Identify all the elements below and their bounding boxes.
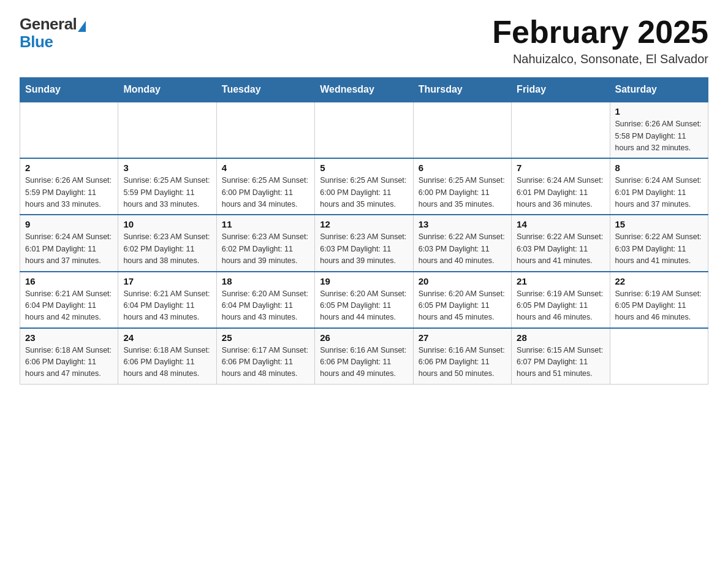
- day-number: 3: [123, 163, 211, 173]
- calendar-day-cell: 17Sunrise: 6:21 AM Sunset: 6:04 PM Dayli…: [118, 272, 216, 328]
- logo: General Blue: [20, 15, 86, 52]
- calendar-day-cell: 5Sunrise: 6:25 AM Sunset: 6:00 PM Daylig…: [315, 158, 413, 215]
- calendar-day-cell: 28Sunrise: 6:15 AM Sunset: 6:07 PM Dayli…: [512, 328, 610, 385]
- logo-arrow-icon: [78, 21, 86, 32]
- day-info: Sunrise: 6:22 AM Sunset: 6:03 PM Dayligh…: [419, 231, 506, 267]
- day-number: 11: [222, 219, 309, 229]
- day-of-week-header: Thursday: [413, 78, 511, 102]
- day-info: Sunrise: 6:22 AM Sunset: 6:03 PM Dayligh…: [517, 231, 604, 267]
- calendar-week-row: 1Sunrise: 6:26 AM Sunset: 5:58 PM Daylig…: [20, 102, 708, 158]
- day-info: Sunrise: 6:15 AM Sunset: 6:07 PM Dayligh…: [517, 345, 604, 380]
- day-info: Sunrise: 6:26 AM Sunset: 5:59 PM Dayligh…: [25, 175, 113, 210]
- day-info: Sunrise: 6:25 AM Sunset: 5:59 PM Dayligh…: [123, 175, 211, 210]
- day-number: 2: [25, 163, 113, 173]
- day-info: Sunrise: 6:24 AM Sunset: 6:01 PM Dayligh…: [517, 175, 604, 210]
- day-number: 8: [615, 163, 703, 173]
- day-info: Sunrise: 6:16 AM Sunset: 6:06 PM Dayligh…: [419, 345, 506, 380]
- calendar-day-cell: 27Sunrise: 6:16 AM Sunset: 6:06 PM Dayli…: [413, 328, 511, 385]
- day-number: 1: [615, 106, 703, 117]
- calendar-day-cell: 10Sunrise: 6:23 AM Sunset: 6:02 PM Dayli…: [118, 215, 216, 271]
- calendar-day-cell: 24Sunrise: 6:18 AM Sunset: 6:06 PM Dayli…: [118, 328, 216, 385]
- day-number: 16: [25, 276, 113, 286]
- day-number: 23: [25, 332, 113, 343]
- calendar-week-row: 2Sunrise: 6:26 AM Sunset: 5:59 PM Daylig…: [20, 158, 708, 215]
- day-of-week-header: Monday: [118, 78, 216, 102]
- calendar-day-cell: 23Sunrise: 6:18 AM Sunset: 6:06 PM Dayli…: [20, 328, 118, 385]
- calendar-day-cell: 20Sunrise: 6:20 AM Sunset: 6:05 PM Dayli…: [413, 272, 511, 328]
- calendar-title-block: February 2025 Nahuizalco, Sonsonate, El …: [492, 15, 708, 66]
- day-number: 25: [222, 332, 309, 343]
- day-number: 24: [123, 332, 211, 343]
- day-info: Sunrise: 6:19 AM Sunset: 6:05 PM Dayligh…: [517, 288, 604, 324]
- day-number: 20: [419, 276, 506, 286]
- day-number: 15: [615, 219, 703, 229]
- day-number: 9: [25, 219, 113, 229]
- calendar-day-cell: 3Sunrise: 6:25 AM Sunset: 5:59 PM Daylig…: [118, 158, 216, 215]
- day-info: Sunrise: 6:21 AM Sunset: 6:04 PM Dayligh…: [25, 288, 113, 324]
- day-number: 5: [320, 163, 408, 173]
- calendar-day-cell: 2Sunrise: 6:26 AM Sunset: 5:59 PM Daylig…: [20, 158, 118, 215]
- page-header: General Blue February 2025 Nahuizalco, S…: [20, 15, 708, 66]
- calendar-week-row: 23Sunrise: 6:18 AM Sunset: 6:06 PM Dayli…: [20, 328, 708, 385]
- day-number: 7: [517, 163, 604, 173]
- day-info: Sunrise: 6:24 AM Sunset: 6:01 PM Dayligh…: [25, 231, 113, 267]
- calendar-header-row: SundayMondayTuesdayWednesdayThursdayFrid…: [20, 78, 708, 102]
- day-number: 13: [419, 219, 506, 229]
- calendar-day-cell: [610, 328, 708, 385]
- day-info: Sunrise: 6:24 AM Sunset: 6:01 PM Dayligh…: [615, 175, 703, 210]
- day-number: 6: [419, 163, 506, 173]
- day-info: Sunrise: 6:25 AM Sunset: 6:00 PM Dayligh…: [222, 175, 309, 210]
- day-of-week-header: Friday: [512, 78, 610, 102]
- day-info: Sunrise: 6:23 AM Sunset: 6:02 PM Dayligh…: [222, 231, 309, 267]
- calendar-day-cell: [512, 102, 610, 158]
- day-number: 14: [517, 219, 604, 229]
- calendar-day-cell: 6Sunrise: 6:25 AM Sunset: 6:00 PM Daylig…: [413, 158, 511, 215]
- calendar-day-cell: 15Sunrise: 6:22 AM Sunset: 6:03 PM Dayli…: [610, 215, 708, 271]
- day-number: 18: [222, 276, 309, 286]
- calendar-day-cell: 7Sunrise: 6:24 AM Sunset: 6:01 PM Daylig…: [512, 158, 610, 215]
- calendar-day-cell: 19Sunrise: 6:20 AM Sunset: 6:05 PM Dayli…: [315, 272, 413, 328]
- day-info: Sunrise: 6:25 AM Sunset: 6:00 PM Dayligh…: [320, 175, 408, 210]
- day-of-week-header: Wednesday: [315, 78, 413, 102]
- calendar-day-cell: 26Sunrise: 6:16 AM Sunset: 6:06 PM Dayli…: [315, 328, 413, 385]
- calendar-day-cell: 25Sunrise: 6:17 AM Sunset: 6:06 PM Dayli…: [216, 328, 314, 385]
- calendar-day-cell: 8Sunrise: 6:24 AM Sunset: 6:01 PM Daylig…: [610, 158, 708, 215]
- day-number: 10: [123, 219, 211, 229]
- day-number: 4: [222, 163, 309, 173]
- day-info: Sunrise: 6:18 AM Sunset: 6:06 PM Dayligh…: [123, 345, 211, 380]
- calendar-subtitle: Nahuizalco, Sonsonate, El Salvador: [492, 52, 708, 66]
- calendar-table: SundayMondayTuesdayWednesdayThursdayFrid…: [20, 77, 708, 385]
- day-info: Sunrise: 6:18 AM Sunset: 6:06 PM Dayligh…: [25, 345, 113, 380]
- day-number: 27: [419, 332, 506, 343]
- day-number: 22: [615, 276, 703, 286]
- day-of-week-header: Sunday: [20, 78, 118, 102]
- calendar-day-cell: 22Sunrise: 6:19 AM Sunset: 6:05 PM Dayli…: [610, 272, 708, 328]
- day-info: Sunrise: 6:17 AM Sunset: 6:06 PM Dayligh…: [222, 345, 309, 380]
- calendar-title: February 2025: [492, 15, 708, 50]
- calendar-day-cell: 9Sunrise: 6:24 AM Sunset: 6:01 PM Daylig…: [20, 215, 118, 271]
- day-number: 28: [517, 332, 604, 343]
- calendar-day-cell: [315, 102, 413, 158]
- day-info: Sunrise: 6:16 AM Sunset: 6:06 PM Dayligh…: [320, 345, 408, 380]
- calendar-day-cell: 16Sunrise: 6:21 AM Sunset: 6:04 PM Dayli…: [20, 272, 118, 328]
- day-info: Sunrise: 6:25 AM Sunset: 6:00 PM Dayligh…: [419, 175, 506, 210]
- calendar-day-cell: 13Sunrise: 6:22 AM Sunset: 6:03 PM Dayli…: [413, 215, 511, 271]
- day-number: 21: [517, 276, 604, 286]
- day-info: Sunrise: 6:26 AM Sunset: 5:58 PM Dayligh…: [615, 118, 703, 154]
- day-of-week-header: Saturday: [610, 78, 708, 102]
- calendar-day-cell: 18Sunrise: 6:20 AM Sunset: 6:04 PM Dayli…: [216, 272, 314, 328]
- calendar-week-row: 16Sunrise: 6:21 AM Sunset: 6:04 PM Dayli…: [20, 272, 708, 328]
- calendar-day-cell: 11Sunrise: 6:23 AM Sunset: 6:02 PM Dayli…: [216, 215, 314, 271]
- logo-blue-text: Blue: [20, 33, 53, 52]
- day-info: Sunrise: 6:19 AM Sunset: 6:05 PM Dayligh…: [615, 288, 703, 324]
- day-number: 19: [320, 276, 408, 286]
- calendar-day-cell: [20, 102, 118, 158]
- logo-general-text: General: [20, 15, 77, 34]
- calendar-week-row: 9Sunrise: 6:24 AM Sunset: 6:01 PM Daylig…: [20, 215, 708, 271]
- day-info: Sunrise: 6:20 AM Sunset: 6:04 PM Dayligh…: [222, 288, 309, 324]
- calendar-day-cell: [118, 102, 216, 158]
- calendar-day-cell: [216, 102, 314, 158]
- day-info: Sunrise: 6:23 AM Sunset: 6:02 PM Dayligh…: [123, 231, 211, 267]
- calendar-day-cell: 14Sunrise: 6:22 AM Sunset: 6:03 PM Dayli…: [512, 215, 610, 271]
- calendar-day-cell: [413, 102, 511, 158]
